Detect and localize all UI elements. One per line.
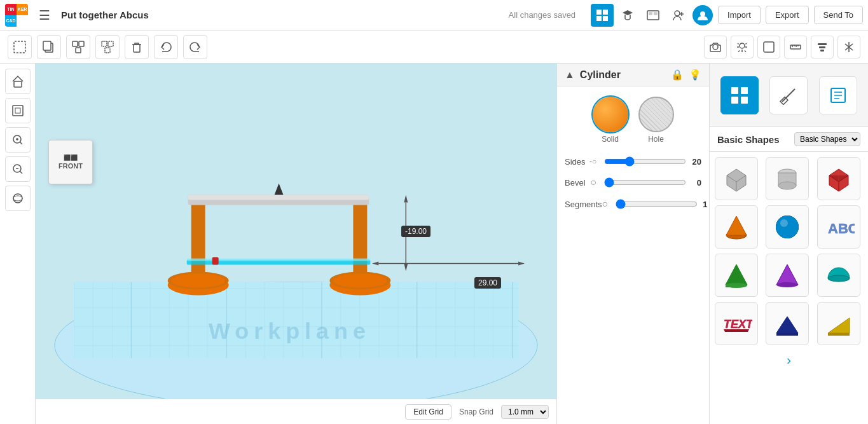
home-button[interactable] [5, 69, 31, 94]
cone-shape-item[interactable] [715, 205, 758, 249]
align-button[interactable] [811, 36, 834, 58]
bottom-bar: Edit Grid Snap Grid 1.0 mm 0.5 mm 2.0 mm [36, 399, 556, 424]
hole-option[interactable]: Hole [638, 97, 674, 144]
box-shape-item[interactable] [715, 157, 758, 200]
props-body: Solid Hole Sides -○ 20 Bevel ○ 0 [557, 86, 709, 230]
learn-button[interactable] [616, 4, 639, 27]
redo-button[interactable] [183, 35, 207, 59]
undo-button[interactable] [154, 35, 178, 59]
zoom-in-button[interactable] [5, 127, 31, 153]
gallery-button[interactable] [642, 4, 665, 27]
ruler-button[interactable] [784, 36, 807, 58]
canvas-area[interactable]: ⬛⬛ FRONT Workplane [36, 64, 556, 424]
add-user-button[interactable] [667, 4, 690, 27]
bevel-row: Bevel ○ 0 [565, 177, 701, 188]
svg-point-31 [13, 194, 22, 203]
frame-button[interactable] [5, 98, 31, 123]
delete-button[interactable] [125, 35, 149, 59]
note-button[interactable] [819, 76, 857, 114]
grid-view-button[interactable] [591, 4, 614, 27]
logo: TIN KER CAD [5, 4, 28, 27]
svg-rect-26 [14, 81, 22, 87]
edit-grid-button[interactable]: Edit Grid [405, 404, 451, 420]
select-all-button[interactable] [8, 35, 32, 59]
import-button[interactable]: Import [718, 6, 761, 24]
send-to-button[interactable]: Send To [814, 6, 863, 24]
svg-rect-57 [731, 87, 738, 94]
prism-shape-item[interactable] [766, 302, 809, 345]
svg-point-8 [700, 11, 705, 17]
bevel-label: Bevel [565, 178, 590, 188]
shapes-header: Basic Shapes Basic Shapes Featured Lette… [710, 127, 868, 152]
export-button[interactable]: Export [766, 6, 809, 24]
shape-view-button[interactable] [757, 36, 780, 58]
svg-point-73 [828, 275, 850, 282]
zoom-out-button[interactable] [5, 156, 31, 182]
svg-rect-2 [596, 16, 602, 21]
mirror-button[interactable] [837, 36, 860, 58]
half-sphere-shape-item[interactable] [817, 254, 860, 297]
svg-point-68 [776, 215, 799, 238]
shape-options: Solid Hole [565, 97, 701, 144]
solid-option[interactable]: Solid [593, 97, 628, 144]
light-button[interactable] [731, 36, 754, 58]
svg-point-65 [778, 182, 796, 189]
avatar-button[interactable] [692, 5, 713, 25]
sides-slider[interactable] [604, 156, 686, 167]
cylinder-shape-item[interactable] [766, 157, 809, 200]
svg-point-20 [740, 43, 745, 48]
svg-text:TEXT: TEXT [724, 318, 752, 331]
menu-button[interactable]: ☰ [33, 4, 56, 27]
bevel-slider[interactable] [604, 177, 686, 188]
show-more-button[interactable]: › [710, 350, 868, 370]
width-dimension: 29.00 [474, 277, 501, 289]
front-view-cube[interactable]: ⬛⬛ FRONT [48, 140, 93, 184]
svg-text:ABC: ABC [828, 221, 855, 236]
segments-slider[interactable] [616, 199, 698, 209]
sphere-shape-item[interactable] [766, 205, 809, 249]
svg-rect-45 [188, 195, 369, 205]
shapes-category-dropdown[interactable]: Basic Shapes Featured Letters Community [794, 132, 860, 146]
svg-marker-56 [404, 263, 408, 271]
sides-label: Sides [565, 157, 589, 167]
topbar-right [591, 4, 713, 27]
svg-marker-52 [372, 261, 378, 265]
orbit-button[interactable] [5, 186, 31, 211]
snap-grid-label: Snap Grid [459, 407, 493, 416]
sides-row: Sides -○ 20 [565, 156, 701, 167]
svg-point-69 [780, 219, 788, 227]
height-dimension: -19.00 [401, 226, 431, 237]
svg-point-39 [168, 275, 229, 295]
props-header: ▲ Cylinder 🔒 💡 [557, 64, 709, 86]
cube-shape-item[interactable] [817, 157, 860, 200]
svg-rect-25 [820, 50, 824, 51]
svg-rect-14 [76, 48, 81, 53]
shapes-title: Basic Shapes [717, 134, 794, 145]
text3d-shape-item[interactable]: ABC [817, 205, 860, 249]
ruler-shapes-button[interactable] [769, 76, 808, 114]
props-collapse-button[interactable]: ▲ [565, 69, 575, 81]
svg-rect-5 [649, 12, 652, 15]
svg-rect-27 [13, 106, 23, 116]
props-bulb-button[interactable]: 💡 [689, 69, 701, 81]
grid-shapes-button[interactable] [720, 76, 759, 114]
svg-rect-28 [15, 108, 20, 113]
text-shape-item[interactable]: TEXT [715, 302, 758, 345]
hole-circle [638, 97, 674, 132]
wedge-shape-item[interactable] [817, 302, 860, 345]
props-lock-button[interactable]: 🔒 [671, 69, 684, 81]
pyramid-purple-shape-item[interactable] [766, 254, 809, 297]
svg-rect-0 [596, 10, 602, 15]
snap-grid-select[interactable]: 1.0 mm 0.5 mm 2.0 mm [501, 405, 549, 419]
svg-point-33 [55, 282, 537, 409]
camera-button[interactable] [704, 36, 727, 58]
svg-rect-50 [212, 257, 219, 264]
pyramid-green-shape-item[interactable] [715, 254, 758, 297]
svg-rect-49 [187, 258, 371, 261]
svg-rect-17 [105, 48, 110, 53]
toolbar-right [704, 36, 860, 58]
svg-rect-58 [741, 87, 748, 94]
copy-button[interactable] [37, 35, 61, 59]
ungroup-button[interactable] [95, 35, 120, 59]
group-button[interactable] [66, 35, 90, 59]
